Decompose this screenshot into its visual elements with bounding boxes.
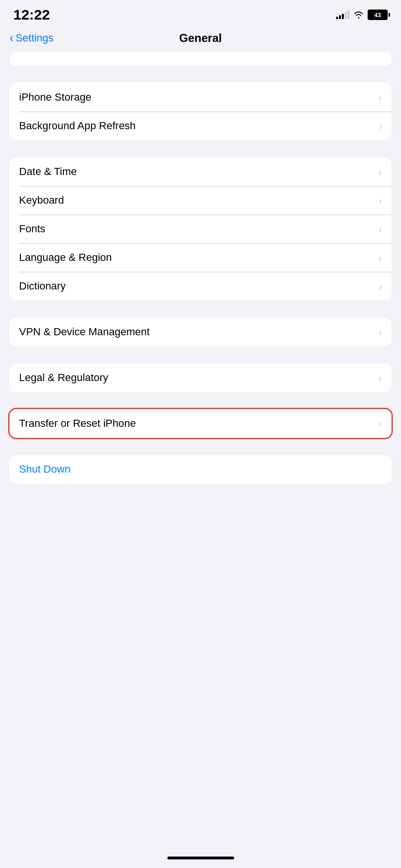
chevron-right-icon: ›: [379, 121, 382, 132]
chevron-right-icon: ›: [379, 372, 382, 383]
settings-group-legal: Legal & Regulatory ›: [10, 363, 391, 392]
signal-icon: [336, 10, 350, 19]
settings-group-date-language: Date & Time › Keyboard › Fonts › Languag…: [10, 157, 391, 300]
chevron-right-icon: ›: [379, 252, 382, 263]
back-label: Settings: [16, 32, 54, 44]
settings-content: iPhone Storage › Background App Refresh …: [0, 52, 401, 484]
wifi-icon: [353, 10, 364, 19]
settings-row-transfer-reset[interactable]: Transfer or Reset iPhone ›: [10, 409, 391, 438]
settings-row-shutdown[interactable]: Shut Down: [10, 455, 391, 484]
status-time: 12:22: [13, 7, 50, 23]
fonts-label: Fonts: [19, 223, 45, 235]
settings-group-transfer-reset: Transfer or Reset iPhone ›: [10, 409, 391, 438]
home-indicator: [167, 857, 234, 859]
back-button[interactable]: ‹ Settings: [10, 32, 53, 44]
status-icons: 43: [336, 10, 388, 20]
transfer-reset-label: Transfer or Reset iPhone: [19, 417, 136, 430]
chevron-right-icon: ›: [379, 418, 382, 429]
keyboard-label: Keyboard: [19, 194, 64, 207]
settings-row-background-app-refresh[interactable]: Background App Refresh ›: [10, 112, 391, 140]
settings-group-shutdown: Shut Down: [10, 455, 391, 484]
settings-row-language-region[interactable]: Language & Region ›: [10, 243, 391, 272]
legal-label: Legal & Regulatory: [19, 372, 108, 384]
dictionary-label: Dictionary: [19, 280, 66, 292]
back-chevron-icon: ‹: [10, 31, 14, 44]
chevron-right-icon: ›: [379, 195, 382, 206]
iphone-storage-label: iPhone Storage: [19, 91, 92, 103]
shutdown-label: Shut Down: [19, 463, 71, 475]
language-region-label: Language & Region: [19, 251, 112, 264]
settings-row-date-time[interactable]: Date & Time ›: [10, 157, 391, 186]
date-time-label: Date & Time: [19, 165, 77, 178]
status-bar: 12:22 43: [0, 0, 401, 28]
battery-level: 43: [374, 11, 381, 19]
top-partial-group: [10, 52, 391, 66]
vpn-label: VPN & Device Management: [19, 326, 150, 338]
chevron-right-icon: ›: [379, 281, 382, 292]
chevron-right-icon: ›: [379, 327, 382, 338]
battery-icon: 43: [368, 10, 388, 20]
page-title: General: [179, 31, 222, 45]
settings-row-legal[interactable]: Legal & Regulatory ›: [10, 363, 391, 392]
settings-row-fonts[interactable]: Fonts ›: [10, 215, 391, 243]
settings-row-dictionary[interactable]: Dictionary ›: [10, 272, 391, 300]
settings-group-vpn: VPN & Device Management ›: [10, 318, 391, 346]
background-app-refresh-label: Background App Refresh: [19, 120, 136, 132]
settings-row-vpn[interactable]: VPN & Device Management ›: [10, 318, 391, 346]
chevron-right-icon: ›: [379, 224, 382, 235]
settings-row-keyboard[interactable]: Keyboard ›: [10, 186, 391, 215]
chevron-right-icon: ›: [379, 92, 382, 103]
settings-row-iphone-storage[interactable]: iPhone Storage ›: [10, 83, 391, 112]
settings-group-storage: iPhone Storage › Background App Refresh …: [10, 83, 391, 140]
nav-bar: ‹ Settings General: [0, 28, 401, 52]
chevron-right-icon: ›: [379, 166, 382, 177]
